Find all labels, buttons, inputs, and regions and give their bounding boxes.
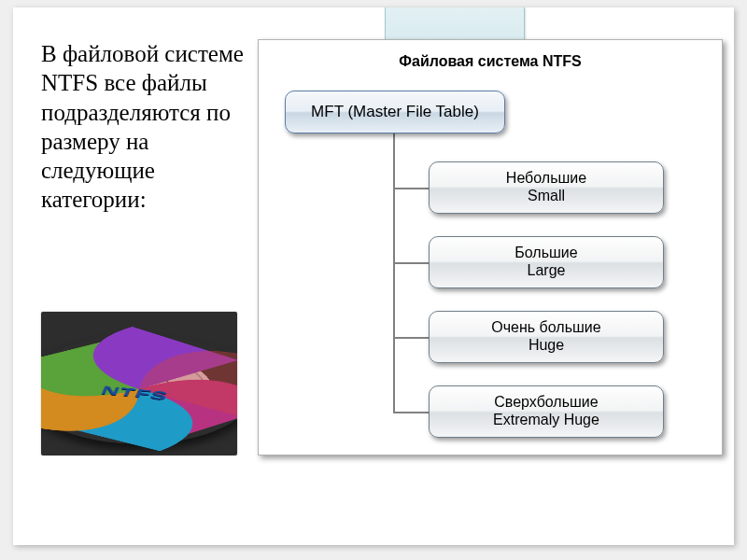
node-label-line1: Сверхбольшие <box>494 394 598 412</box>
node-label: MFT (Master File Table) <box>311 103 479 121</box>
connector-line <box>393 262 429 264</box>
slide: В файловой системе NTFS все файлы подраз… <box>13 7 734 545</box>
node-box: Большие Large <box>429 236 664 288</box>
node-label-line2: Extremaly Huge <box>493 412 599 429</box>
node-label-line2: Large <box>528 262 566 280</box>
node-label-line1: Очень большие <box>491 319 600 337</box>
ntfs-disc-image: NTFS <box>41 312 237 455</box>
diagram-title: Файловая система NTFS <box>259 53 722 70</box>
node-box: Небольшие Small <box>429 161 664 214</box>
connector-line <box>393 412 429 413</box>
connector-line <box>393 188 429 189</box>
child-node: Большие Large <box>429 236 664 288</box>
diagram-panel: Файловая система NTFS MFT (Master File T… <box>258 39 723 455</box>
child-node: Небольшие Small <box>429 161 664 214</box>
node-box: Очень большие Huge <box>429 311 664 363</box>
node-box: MFT (Master File Table) <box>285 91 505 133</box>
child-node: Очень большие Huge <box>429 311 664 363</box>
connector-line <box>393 337 429 339</box>
child-node: Сверхбольшие Extremaly Huge <box>429 385 664 438</box>
node-label-line2: Small <box>528 188 565 205</box>
node-box: Сверхбольшие Extremaly Huge <box>429 385 664 438</box>
body-text: В файловой системе NTFS все файлы подраз… <box>41 39 248 215</box>
node-label-line1: Небольшие <box>506 170 586 188</box>
connector-line <box>393 133 395 412</box>
root-node: MFT (Master File Table) <box>285 91 505 133</box>
node-label-line1: Большие <box>514 245 577 262</box>
node-label-line2: Huge <box>529 337 564 355</box>
